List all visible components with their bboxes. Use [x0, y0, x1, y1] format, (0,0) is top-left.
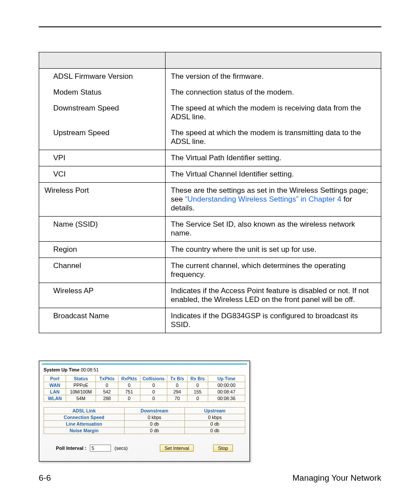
- port-cell: 0: [96, 382, 118, 389]
- port-cell: 0: [140, 389, 167, 395]
- port-cell: 294: [167, 389, 187, 395]
- port-cell: 70: [167, 395, 187, 402]
- field-description: The current channel, which determines th…: [166, 258, 381, 283]
- desc-header-desc: [166, 52, 381, 69]
- field-description: The Virtual Path Identifier setting.: [166, 150, 381, 166]
- port-cell: 288: [96, 395, 118, 402]
- adsl-row-label: Noise Margin: [44, 427, 125, 434]
- port-name: LAN: [44, 389, 66, 395]
- table-row: WLAN54M2880070000:08:36: [44, 395, 245, 402]
- port-cell: 155: [188, 389, 208, 395]
- field-name: VPI: [39, 150, 166, 166]
- port-column-header: Rx B/s: [188, 375, 208, 382]
- port-cell: 00:00:00: [208, 382, 245, 389]
- port-cell: 0: [140, 382, 167, 389]
- field-name: Name (SSID): [39, 217, 166, 242]
- field-description: The country where the unit is set up for…: [166, 242, 381, 258]
- adsl-column-header: ADSL Link: [44, 408, 125, 414]
- field-name: Channel: [39, 258, 166, 283]
- port-cell: PPPoE: [66, 382, 96, 389]
- router-statistics-panel: System Up Time 00:08:51 PortStatusTxPkts…: [39, 361, 250, 462]
- adsl-row-label: Connection Speed: [44, 414, 125, 421]
- port-column-header: Port: [44, 375, 66, 382]
- field-description: The connection status of the modem.: [166, 85, 381, 100]
- port-name: WAN: [44, 382, 66, 389]
- port-cell: 10M/100M: [66, 389, 96, 395]
- port-statistics-table: PortStatusTxPktsRxPktsCollisionsTx B/sRx…: [44, 375, 245, 402]
- adsl-upstream-value: 0 kbps: [184, 414, 245, 421]
- field-name: Broadcast Name: [39, 308, 166, 333]
- port-column-header: RxPkts: [118, 375, 140, 382]
- port-cell: 751: [118, 389, 140, 395]
- table-row: Noise Margin0 db0 db: [44, 427, 245, 434]
- port-cell: 0: [140, 395, 167, 402]
- port-cell: 542: [96, 389, 118, 395]
- port-cell: 0: [118, 382, 140, 389]
- field-name: VCI: [39, 166, 166, 183]
- field-name: ADSL Firmware Version: [39, 69, 166, 85]
- table-row: WANPPPoE0000000:00:00: [44, 382, 245, 389]
- field-name: Upstream Speed: [39, 125, 166, 150]
- poll-interval-row: Poll Interval : (secs) Set Interval Stop: [44, 445, 245, 452]
- adsl-downstream-value: 0 db: [124, 427, 184, 434]
- poll-interval-unit: (secs): [114, 445, 128, 451]
- field-name: Downstream Speed: [39, 100, 166, 125]
- header-rule: [39, 26, 381, 27]
- port-cell: 00:08:47: [208, 389, 245, 395]
- system-uptime-label: System Up Time: [44, 367, 80, 372]
- adsl-downstream-value: 0 kbps: [124, 414, 184, 421]
- field-description: Indicates if the DG834GSP is configured …: [166, 308, 381, 333]
- stop-button[interactable]: Stop: [213, 445, 233, 452]
- port-name: WLAN: [44, 395, 66, 402]
- field-description-table: ADSL Firmware VersionThe version of the …: [39, 52, 381, 333]
- port-cell: 0: [118, 395, 140, 402]
- port-column-header: Tx B/s: [167, 375, 187, 382]
- field-description: The speed at which the modem is receivin…: [166, 100, 381, 125]
- port-column-header: Collisions: [140, 375, 167, 382]
- panel-divider: [42, 364, 247, 364]
- field-description: The Virtual Channel Identifier setting.: [166, 166, 381, 183]
- system-uptime: System Up Time 00:08:51: [44, 367, 245, 372]
- set-interval-button[interactable]: Set Interval: [160, 445, 194, 452]
- port-cell: 0: [188, 395, 208, 402]
- table-row: Line Attenuation0 db0 db: [44, 421, 245, 427]
- poll-interval-input[interactable]: [90, 445, 111, 452]
- adsl-column-header: Upstream: [184, 408, 245, 414]
- field-description: The speed at which the modem is transmit…: [166, 125, 381, 150]
- port-column-header: Status: [66, 375, 96, 382]
- page-footer: 6-6 Managing Your Network: [39, 473, 381, 483]
- table-row: LAN10M/100M542751029415500:08:47: [44, 389, 245, 395]
- port-column-header: TxPkts: [96, 375, 118, 382]
- port-cell: 0: [188, 382, 208, 389]
- port-cell: 54M: [66, 395, 96, 402]
- port-cell: 0: [167, 382, 187, 389]
- section-title: Managing Your Network: [292, 473, 381, 483]
- adsl-upstream-value: 0 db: [184, 421, 245, 427]
- poll-interval-label: Poll Interval :: [56, 445, 86, 451]
- table-row: Connection Speed0 kbps0 kbps: [44, 414, 245, 421]
- field-description: The version of the firmware.: [166, 69, 381, 85]
- adsl-column-header: Downstream: [124, 408, 184, 414]
- adsl-upstream-value: 0 db: [184, 427, 245, 434]
- field-name: Modem Status: [39, 85, 166, 100]
- port-column-header: Up Time: [208, 375, 245, 382]
- adsl-link-table: ADSL LinkDownstreamUpstream Connection S…: [44, 407, 245, 434]
- desc-header-name: [39, 52, 166, 69]
- adsl-row-label: Line Attenuation: [44, 421, 125, 427]
- field-description: Indicates if the Access Point feature is…: [166, 283, 381, 308]
- cross-reference-link[interactable]: “Understanding Wireless Settings” in Cha…: [185, 195, 341, 203]
- field-description: The Service Set ID, also known as the wi…: [166, 217, 381, 242]
- page-number: 6-6: [39, 473, 51, 483]
- adsl-downstream-value: 0 db: [124, 421, 184, 427]
- system-uptime-value: 00:08:51: [81, 367, 99, 372]
- field-name: Region: [39, 242, 166, 258]
- field-name: Wireless AP: [39, 283, 166, 308]
- field-description: These are the settings as set in the Wir…: [166, 183, 381, 217]
- field-name: Wireless Port: [39, 183, 166, 217]
- port-cell: 00:08:36: [208, 395, 245, 402]
